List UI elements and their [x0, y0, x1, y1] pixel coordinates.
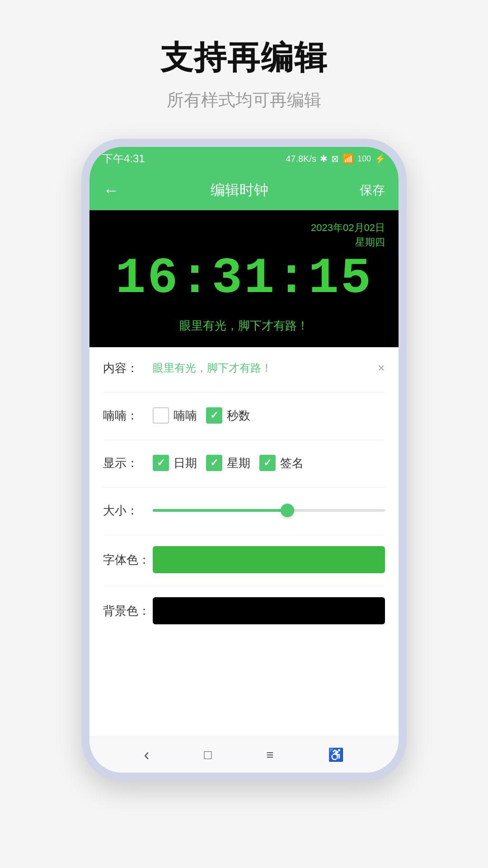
seconds-checkbox-item[interactable]: 秒数 — [206, 407, 250, 424]
weekday-checkbox[interactable] — [206, 455, 222, 471]
sign-checkbox-item[interactable]: 签名 — [259, 455, 304, 471]
clock-time: 16:31:15 — [103, 254, 385, 304]
seconds-checkbox[interactable] — [206, 407, 222, 424]
save-button[interactable]: 保存 — [360, 182, 385, 199]
clock-date: 2023年02月02日 — [103, 221, 385, 235]
header-title: 编辑时钟 — [211, 180, 268, 200]
page-title: 支持再编辑 — [160, 36, 328, 80]
size-label: 大小： — [103, 503, 153, 519]
settings-area: 内容： 眼里有光，脚下才有路！ × 喃喃： 喃喃 秒数 — [89, 347, 399, 736]
sign-checkbox[interactable] — [259, 455, 276, 471]
size-slider-fill — [153, 509, 287, 512]
phone-screen: 下午4:31 47.8K/s ✱ ⊠ 📶 100 ⚡ ← 编辑时钟 保存 202… — [89, 147, 399, 773]
status-bar: 下午4:31 47.8K/s ✱ ⊠ 📶 100 ⚡ — [89, 147, 399, 170]
nini-label: 喃喃： — [103, 408, 153, 424]
font-color-label: 字体色： — [103, 552, 153, 568]
bottom-nav: ‹ □ ≡ ♿ — [89, 736, 399, 773]
display-row: 显示： 日期 星期 签名 — [103, 451, 385, 475]
divider-4 — [103, 535, 385, 535]
divider-5 — [103, 586, 385, 586]
display-content: 日期 星期 签名 — [153, 455, 385, 471]
content-row: 内容： 眼里有光，脚下才有路！ × — [103, 356, 385, 380]
clock-preview: 2023年02月02日 星期四 16:31:15 眼里有光，脚下才有路！ — [89, 210, 399, 347]
weekday-checkbox-item[interactable]: 星期 — [206, 455, 250, 471]
nini-checkbox[interactable] — [153, 407, 169, 424]
wifi-icon: 📶 — [343, 153, 354, 164]
status-time: 下午4:31 — [102, 151, 145, 166]
status-right: 47.8K/s ✱ ⊠ 📶 100 ⚡ — [286, 153, 386, 164]
nav-back-icon[interactable]: ‹ — [144, 745, 149, 764]
size-row: 大小： — [103, 499, 385, 522]
date-checkbox-item[interactable]: 日期 — [153, 455, 197, 471]
content-input-wrapper[interactable]: 眼里有光，脚下才有路！ × — [153, 361, 385, 375]
bluetooth-icon: ✱ — [320, 153, 328, 164]
content-label: 内容： — [103, 360, 153, 376]
nini-checkbox-item[interactable]: 喃喃 — [153, 407, 197, 424]
size-slider-thumb[interactable] — [281, 504, 294, 517]
battery-indicator: 100 — [357, 154, 371, 164]
bg-color-label: 背景色： — [103, 603, 153, 619]
nav-home-icon[interactable]: □ — [204, 748, 211, 762]
font-color-content — [153, 546, 385, 573]
date-checkbox-label: 日期 — [174, 455, 197, 471]
seconds-checkbox-label: 秒数 — [227, 408, 250, 424]
phone-shell: 下午4:31 47.8K/s ✱ ⊠ 📶 100 ⚡ ← 编辑时钟 保存 202… — [81, 139, 407, 781]
nav-menu-icon[interactable]: ≡ — [266, 748, 273, 762]
back-button[interactable]: ← — [103, 181, 119, 200]
divider-1 — [103, 392, 385, 393]
signal-icon: ⊠ — [331, 153, 339, 164]
display-label: 显示： — [103, 455, 153, 471]
size-content — [153, 509, 385, 512]
bg-color-swatch[interactable] — [153, 597, 385, 624]
app-header: ← 编辑时钟 保存 — [89, 170, 399, 210]
bg-color-row: 背景色： — [103, 597, 385, 624]
font-color-swatch[interactable] — [153, 546, 385, 573]
sign-checkbox-label: 签名 — [280, 455, 304, 471]
nini-checkbox-label: 喃喃 — [174, 408, 197, 424]
content-value: 眼里有光，脚下才有路！ — [153, 361, 272, 375]
date-checkbox[interactable] — [153, 455, 169, 471]
divider-2 — [103, 440, 385, 440]
bg-color-content — [153, 597, 385, 624]
charge-icon: ⚡ — [375, 153, 386, 164]
weekday-checkbox-label: 星期 — [227, 455, 250, 471]
font-color-row: 字体色： — [103, 546, 385, 573]
divider-3 — [103, 487, 385, 488]
nini-row: 喃喃： 喃喃 秒数 — [103, 404, 385, 427]
nini-content: 喃喃 秒数 — [153, 407, 385, 424]
size-slider-track[interactable] — [153, 509, 385, 512]
page-subtitle: 所有样式均可再编辑 — [167, 89, 321, 112]
clear-button[interactable]: × — [378, 361, 385, 375]
nav-accessibility-icon[interactable]: ♿ — [328, 747, 344, 762]
network-speed: 47.8K/s — [286, 154, 316, 164]
clock-slogan: 眼里有光，脚下才有路！ — [103, 313, 385, 334]
clock-weekday: 星期四 — [103, 236, 385, 249]
